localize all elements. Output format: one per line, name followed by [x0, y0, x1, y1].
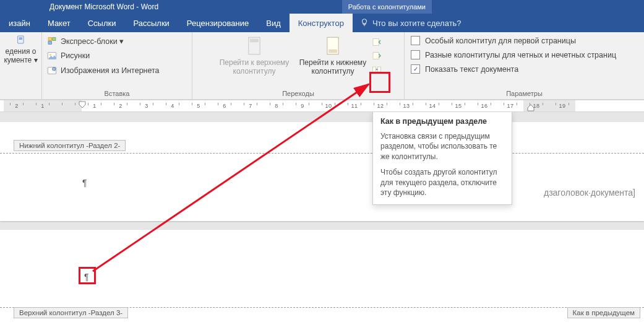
tell-me-search[interactable]: Что вы хотите сделать?	[353, 18, 462, 28]
pilcrow-mark: ¶	[82, 178, 87, 188]
tooltip-link-to-previous: Как в предыдущем разделе Установка связи…	[372, 112, 512, 205]
title-bar: Документ Microsoft Word - Word Работа с …	[0, 0, 644, 14]
quick-parts-label: Экспресс-блоки ▾	[61, 37, 124, 46]
previous-section-button[interactable]	[372, 37, 382, 47]
group-document-info: едения окументе ▾ .	[0, 32, 42, 99]
svg-rect-17	[377, 67, 380, 72]
lightbulb-icon	[360, 18, 369, 28]
contextual-tab-label: Работа с колонтитулами	[342, 0, 432, 14]
nav-mini-buttons	[372, 35, 382, 74]
go-to-header-button[interactable]: Перейти к верхнему колонтитулу	[215, 35, 294, 77]
group-nav-label: Переходы	[196, 88, 400, 99]
svg-marker-19	[528, 105, 534, 111]
horizontal-ruler[interactable]: 2112345678910111213141516171819	[0, 100, 644, 112]
label: Разные колонтитулы для четных и нечетных…	[425, 51, 616, 59]
go-to-footer-button[interactable]: Перейти к нижнему колонтитулу	[294, 35, 372, 77]
svg-rect-2	[19, 39, 22, 40]
page-section-2-bottom: Нижний колонтитул -Раздел 2- ¶ дзаголово…	[0, 122, 644, 221]
checkbox-checked-icon: ✓	[411, 64, 420, 74]
group-options: Особый колонтитул для первой страницы Ра…	[405, 32, 644, 99]
next-section-button[interactable]	[372, 51, 382, 61]
svg-rect-1	[19, 38, 22, 38]
svg-marker-18	[79, 102, 85, 108]
document-info-icon	[16, 35, 26, 45]
label: Показать текст документа	[425, 65, 518, 74]
label: едения окументе ▾	[4, 47, 37, 64]
svg-point-7	[49, 54, 51, 56]
go-prev-label: Перейти к верхнему колонтитулу	[220, 58, 290, 76]
tell-me-placeholder: Что вы хотите сделать?	[372, 19, 462, 28]
ribbon-tabs: изайн Макет Ссылки Рассылки Рецензирован…	[0, 14, 644, 32]
tab-references[interactable]: Ссылки	[79, 14, 125, 32]
page-section-3-top: ¶ Верхний колонтитул -Раздел 3- Как в пр…	[0, 230, 644, 335]
checkbox-icon	[411, 50, 420, 59]
document-area: Нижний колонтитул -Раздел 2- ¶ дзаголово…	[0, 112, 644, 335]
svg-rect-16	[372, 67, 376, 72]
tooltip-body-1: Установка связи с предыдущим разделом, ч…	[380, 131, 504, 162]
pictures-button[interactable]: Рисунки	[46, 50, 91, 62]
checkbox-different-odd-even[interactable]: Разные колонтитулы для четных и нечетных…	[411, 49, 616, 61]
online-pictures-button[interactable]: Изображения из Интернета	[46, 64, 161, 77]
blocks-icon	[47, 36, 57, 46]
link-to-previous-button[interactable]	[372, 64, 382, 74]
svg-rect-0	[17, 36, 23, 43]
ribbon: едения окументе ▾ . Экспресс-блоки ▾ Рис…	[0, 32, 644, 100]
go-next-label: Перейти к нижнему колонтитулу	[299, 58, 367, 76]
document-title: Документ Microsoft Word - Word	[49, 2, 158, 11]
svg-rect-3	[48, 38, 51, 41]
tab-layout[interactable]: Макет	[39, 14, 79, 32]
tooltip-body-2: Чтобы создать другой колонтитул для теку…	[380, 167, 504, 198]
same-as-previous-tag: Как в предыдущем	[567, 307, 640, 318]
svg-rect-4	[53, 38, 56, 41]
page-up-icon	[244, 36, 264, 56]
group-options-label: Параметры	[408, 88, 640, 99]
checkbox-icon	[411, 36, 420, 45]
svg-rect-11	[250, 39, 259, 43]
header-tag-section-3: Верхний колонтитул -Раздел 3-	[14, 307, 128, 318]
svg-rect-5	[48, 41, 51, 45]
checkbox-show-document-text[interactable]: ✓ Показать текст документа	[411, 63, 518, 75]
first-line-indent-marker[interactable]	[79, 100, 86, 111]
quick-parts-button[interactable]: Экспресс-блоки ▾	[46, 35, 125, 47]
tooltip-title: Как в предыдущем разделе	[380, 116, 504, 128]
label: Особый колонтитул для первой страницы	[425, 37, 576, 45]
tab-mailings[interactable]: Рассылки	[124, 14, 178, 32]
tab-designer[interactable]: Конструктор	[290, 14, 353, 32]
footer-tag-section-2: Нижний колонтитул -Раздел 2-	[14, 140, 126, 151]
svg-rect-14	[373, 39, 379, 46]
checkbox-different-first-page[interactable]: Особый колонтитул для первой страницы	[411, 35, 576, 46]
right-indent-marker[interactable]	[527, 104, 535, 111]
tab-design[interactable]: изайн	[0, 14, 39, 32]
online-pictures-label: Изображения из Интернета	[61, 66, 160, 75]
pictures-label: Рисунки	[61, 51, 90, 60]
group-insert: Экспресс-блоки ▾ Рисунки Изображения из …	[42, 32, 192, 99]
group-insert-label: Вставка	[46, 88, 188, 99]
document-subtitle-placeholder: дзаголовок·документа]	[544, 188, 635, 198]
svg-rect-13	[328, 50, 337, 53]
picture-icon	[47, 51, 57, 61]
online-picture-icon	[47, 66, 57, 76]
group-navigation: Перейти к верхнему колонтитулу Перейти к…	[192, 32, 405, 99]
page-down-icon	[323, 36, 343, 56]
tab-view[interactable]: Вид	[257, 14, 290, 32]
svg-rect-15	[373, 53, 379, 59]
tab-review[interactable]: Рецензирование	[178, 14, 257, 32]
pilcrow-mark: ¶	[84, 272, 89, 282]
